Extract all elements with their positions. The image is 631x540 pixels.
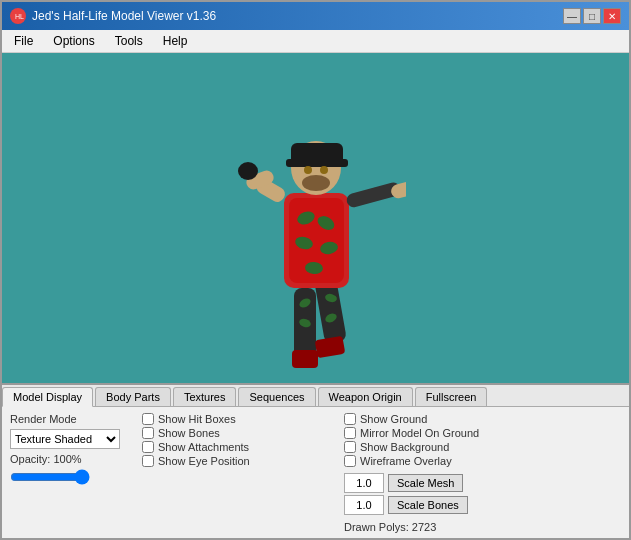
opacity-slider-row bbox=[10, 469, 140, 485]
scale-bones-button[interactable]: Scale Bones bbox=[388, 496, 468, 514]
bottom-panel: Model Display Body Parts Textures Sequen… bbox=[2, 383, 629, 538]
tab-sequences[interactable]: Sequences bbox=[238, 387, 315, 406]
show-attachments-checkbox[interactable] bbox=[142, 441, 154, 453]
show-ground-label: Show Ground bbox=[360, 413, 427, 425]
show-bones-row: Show Bones bbox=[142, 427, 342, 439]
close-button[interactable]: ✕ bbox=[603, 8, 621, 24]
show-attachments-row: Show Attachments bbox=[142, 441, 342, 453]
main-window: HL Jed's Half-Life Model Viewer v1.36 — … bbox=[0, 0, 631, 540]
middle-column: Show Hit Boxes Show Bones Show Attachmen… bbox=[142, 413, 342, 533]
mirror-model-checkbox[interactable] bbox=[344, 427, 356, 439]
minimize-button[interactable]: — bbox=[563, 8, 581, 24]
menu-bar: File Options Tools Help bbox=[2, 30, 629, 53]
show-ground-checkbox[interactable] bbox=[344, 413, 356, 425]
menu-tools[interactable]: Tools bbox=[107, 32, 151, 50]
scale-mesh-row: Scale Mesh bbox=[344, 473, 544, 493]
render-mode-label: Render Mode bbox=[10, 413, 140, 425]
scale-mesh-button[interactable]: Scale Mesh bbox=[388, 474, 463, 492]
mirror-model-row: Mirror Model On Ground bbox=[344, 427, 544, 439]
controls-grid: Render Mode Texture Shaded Wireframe Fla… bbox=[10, 413, 621, 533]
show-hit-boxes-row: Show Hit Boxes bbox=[142, 413, 342, 425]
show-background-checkbox[interactable] bbox=[344, 441, 356, 453]
svg-point-26 bbox=[304, 166, 312, 174]
window-title: Jed's Half-Life Model Viewer v1.36 bbox=[32, 9, 216, 23]
show-eye-position-label: Show Eye Position bbox=[158, 455, 250, 467]
opacity-label: Opacity: 100% bbox=[10, 453, 140, 465]
show-hit-boxes-checkbox[interactable] bbox=[142, 413, 154, 425]
show-bones-checkbox[interactable] bbox=[142, 427, 154, 439]
drawn-polys-display: Drawn Polys: 2723 bbox=[344, 521, 544, 533]
left-column: Render Mode Texture Shaded Wireframe Fla… bbox=[10, 413, 140, 533]
opacity-slider[interactable] bbox=[10, 469, 90, 485]
show-attachments-label: Show Attachments bbox=[158, 441, 249, 453]
tab-body-parts[interactable]: Body Parts bbox=[95, 387, 171, 406]
tab-model-display[interactable]: Model Display bbox=[2, 387, 93, 407]
show-bones-label: Show Bones bbox=[158, 427, 220, 439]
scale-bones-row: Scale Bones bbox=[344, 495, 544, 515]
wireframe-overlay-label: Wireframe Overlay bbox=[360, 455, 452, 467]
svg-rect-25 bbox=[286, 159, 348, 167]
app-icon: HL bbox=[10, 8, 26, 24]
wireframe-overlay-checkbox[interactable] bbox=[344, 455, 356, 467]
svg-point-27 bbox=[320, 166, 328, 174]
show-background-label: Show Background bbox=[360, 441, 449, 453]
tab-fullscreen[interactable]: Fullscreen bbox=[415, 387, 488, 406]
menu-options[interactable]: Options bbox=[45, 32, 102, 50]
show-background-row: Show Background bbox=[344, 441, 544, 453]
right-column: Show Ground Mirror Model On Ground Show … bbox=[344, 413, 544, 533]
viewport[interactable] bbox=[2, 53, 629, 383]
svg-rect-10 bbox=[314, 336, 345, 359]
tab-bar: Model Display Body Parts Textures Sequen… bbox=[2, 385, 629, 407]
svg-text:HL: HL bbox=[15, 13, 24, 20]
svg-point-22 bbox=[238, 162, 258, 180]
title-controls: — □ ✕ bbox=[563, 8, 621, 24]
scale-bones-input[interactable] bbox=[344, 495, 384, 515]
tab-weapon-origin[interactable]: Weapon Origin bbox=[318, 387, 413, 406]
show-eye-position-row: Show Eye Position bbox=[142, 455, 342, 467]
tab-textures[interactable]: Textures bbox=[173, 387, 237, 406]
svg-point-28 bbox=[302, 175, 330, 191]
tab-content: Render Mode Texture Shaded Wireframe Fla… bbox=[2, 407, 629, 539]
svg-rect-9 bbox=[292, 350, 318, 368]
maximize-button[interactable]: □ bbox=[583, 8, 601, 24]
scale-mesh-input[interactable] bbox=[344, 473, 384, 493]
wireframe-overlay-row: Wireframe Overlay bbox=[344, 455, 544, 467]
menu-help[interactable]: Help bbox=[155, 32, 196, 50]
menu-file[interactable]: File bbox=[6, 32, 41, 50]
title-bar-left: HL Jed's Half-Life Model Viewer v1.36 bbox=[10, 8, 216, 24]
show-ground-row: Show Ground bbox=[344, 413, 544, 425]
show-eye-position-checkbox[interactable] bbox=[142, 455, 154, 467]
render-mode-select[interactable]: Texture Shaded Wireframe Flat Shaded bbox=[10, 429, 120, 449]
mirror-model-label: Mirror Model On Ground bbox=[360, 427, 479, 439]
show-hit-boxes-label: Show Hit Boxes bbox=[158, 413, 236, 425]
model-display bbox=[226, 83, 406, 383]
title-bar: HL Jed's Half-Life Model Viewer v1.36 — … bbox=[2, 2, 629, 30]
